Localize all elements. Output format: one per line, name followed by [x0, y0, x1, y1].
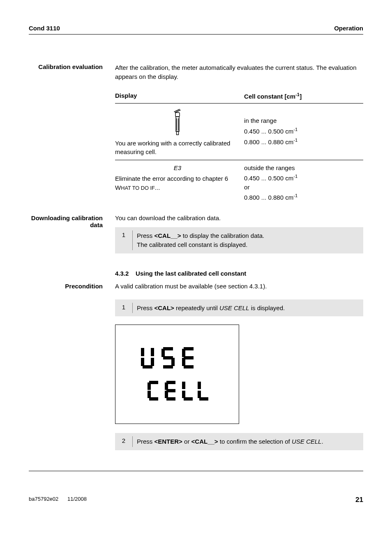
- download-step-1: 1 Press <CAL__> to display the calibrati…: [115, 227, 363, 253]
- row2-right-l4: 0.800 ... 0.880 cm-1: [244, 192, 359, 203]
- row1-right-l3: 0.800 ... 0.880 cm-1: [244, 136, 359, 147]
- step-divider: [132, 436, 133, 447]
- label-calibration-evaluation: Calibration evaluation: [29, 63, 115, 70]
- svg-rect-7: [151, 348, 154, 356]
- svg-rect-0: [175, 113, 180, 117]
- th-display: Display: [115, 89, 244, 104]
- svg-rect-23: [149, 397, 158, 401]
- svg-rect-27: [165, 391, 168, 398]
- page-number: 21: [355, 496, 363, 504]
- header-left: Cond 3110: [29, 25, 60, 32]
- uselast-step-1: 1 Press <CAL> repeatedly until USE CELL …: [115, 299, 363, 317]
- cell-constant-table: Display Cell constant [cm-1]: [115, 89, 363, 206]
- step-text: Press <CAL__> to display the calibration…: [134, 227, 268, 253]
- step-text: Press <ENTER> or <CAL__> to confirm the …: [134, 433, 327, 450]
- svg-rect-32: [198, 382, 201, 389]
- svg-rect-14: [163, 365, 173, 368]
- svg-rect-28: [166, 397, 175, 401]
- svg-rect-31: [184, 397, 193, 401]
- step-number: 2: [115, 433, 132, 448]
- label-downloading: Downloading calibration data: [29, 214, 115, 228]
- uselast-step-2: 2 Press <ENTER> or <CAL__> to confirm th…: [115, 433, 363, 450]
- row1-right-l2: 0.450 ... 0.500 cm-1: [244, 126, 359, 136]
- section-title: Using the last calibrated cell constant: [136, 270, 246, 277]
- step-divider: [132, 230, 133, 250]
- svg-rect-34: [199, 397, 208, 401]
- e3-code: E3: [174, 164, 181, 171]
- row2-left-rest: Eliminate the error according to chapter…: [115, 174, 240, 192]
- svg-rect-16: [182, 349, 185, 357]
- svg-rect-29: [182, 382, 185, 389]
- step-number: 1: [115, 227, 132, 242]
- lcd-display: [115, 325, 239, 424]
- svg-rect-1: [176, 117, 179, 131]
- label-precondition: Precondition: [29, 283, 115, 290]
- svg-rect-2: [177, 131, 179, 135]
- row2-right-l3: or: [244, 183, 359, 192]
- step-text: Press <CAL> repeatedly until USE CELL is…: [134, 299, 289, 317]
- th-cellconst: Cell constant [cm-1]: [244, 89, 363, 104]
- precond-text: A valid calibration must be available (s…: [115, 283, 363, 290]
- svg-rect-6: [141, 358, 144, 366]
- step-number: 1: [115, 299, 132, 315]
- probe-icon: [172, 108, 183, 136]
- header-right: Operation: [334, 25, 363, 32]
- svg-rect-5: [141, 348, 144, 356]
- row1-right-l1: in the range: [244, 116, 359, 126]
- footer-date: 11/2008: [67, 496, 87, 502]
- lcd-svg: [132, 341, 222, 411]
- step-divider: [132, 303, 133, 313]
- svg-rect-25: [165, 382, 168, 390]
- svg-rect-9: [143, 365, 152, 368]
- svg-rect-18: [182, 358, 185, 366]
- footer-doc-id: ba75792e02: [29, 496, 58, 502]
- svg-rect-8: [151, 358, 154, 366]
- row2-right-l1: outside the ranges: [244, 164, 359, 173]
- calib-intro: After the calibration, the meter automat…: [115, 63, 363, 81]
- svg-rect-11: [161, 349, 165, 357]
- svg-rect-13: [171, 358, 175, 366]
- section-number: 4.3.2: [115, 270, 129, 277]
- svg-rect-19: [184, 365, 194, 368]
- row1-left: You are working with a correctly calibra…: [115, 139, 240, 157]
- svg-rect-21: [148, 382, 151, 390]
- svg-rect-30: [182, 391, 185, 398]
- row2-right-l2: 0.450 ... 0.500 cm-1: [244, 173, 359, 183]
- svg-rect-33: [198, 391, 201, 398]
- svg-rect-22: [148, 391, 151, 398]
- download-intro: You can download the calibration data.: [115, 214, 363, 221]
